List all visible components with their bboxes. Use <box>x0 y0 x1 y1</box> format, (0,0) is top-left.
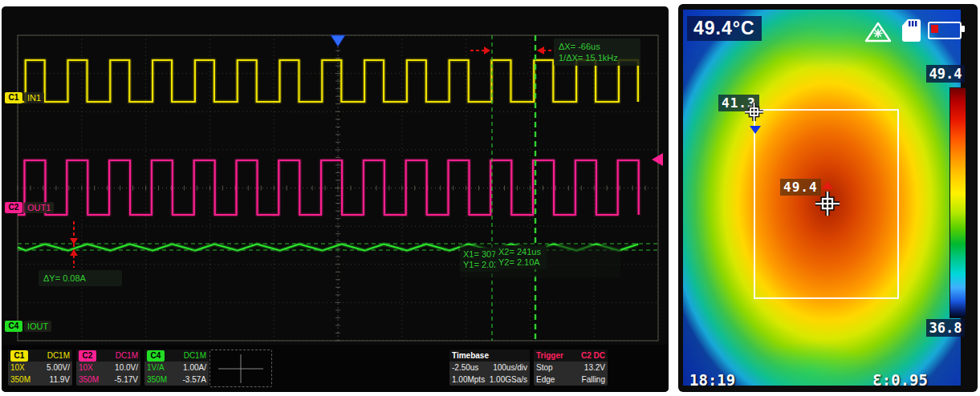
timebase-box[interactable]: Timebase -2.50us100us/div 1.00Mpts1.00GS… <box>449 350 530 386</box>
timebase-samplerate: 1.00GSa/s <box>490 374 527 386</box>
trigger-type: Edge <box>536 374 555 386</box>
screenshot-canvas: C1 IN1 C2 OUT1 C4 IOUT ΔX= -66us 1/ΔX= 1… <box>0 0 980 396</box>
c2-alias-label: OUT1 <box>24 202 54 213</box>
c2-coupling: DC1M <box>116 351 138 360</box>
crosshair-marker-center-icon[interactable] <box>815 192 840 216</box>
temperature-colorbar <box>950 87 966 318</box>
c2-probe: 10X <box>79 362 93 374</box>
thermal-panel: 49.4°C 49.4 <box>678 4 978 392</box>
cursor-x2y2-box: X2= 241us Y2= 2.10A <box>495 245 547 269</box>
c4-probe: 1V/A <box>147 362 165 374</box>
plus-icon <box>218 354 263 383</box>
clock-time: 18:19 <box>689 371 735 389</box>
c4-scale: 1.00A/ <box>183 362 206 374</box>
trigger-box[interactable]: TriggerC2 DC Stop13.2V EdgeFalling <box>534 350 608 386</box>
c4-alias-label: IOUT <box>24 321 51 332</box>
battery-low-icon <box>928 22 962 39</box>
battery-charge-bar <box>931 25 938 33</box>
scale-min-label: 36.8 <box>926 319 965 337</box>
trigger-status: Stop <box>536 362 553 374</box>
trigger-level: 13.2V <box>584 362 605 374</box>
dx-arrowhead-right-icon <box>484 46 490 55</box>
y2-value: Y2= 2.10A <box>498 257 543 268</box>
x1-value: X1= 307u <box>463 249 497 260</box>
channel-status-c1[interactable]: C1 DC1M 10X5.00V/ 350M11.9V <box>8 350 72 386</box>
channel-status-c4[interactable]: C4 DC1M 1V/A1.00A/ 350M-3.57A <box>144 350 209 386</box>
trigger-source: C2 DC <box>581 351 605 360</box>
c2-bandwidth: 350M <box>79 374 99 386</box>
trace-c1-in1 <box>18 60 638 102</box>
c1-offset: 11.9V <box>50 374 70 386</box>
timebase-scale: 100us/div <box>493 362 527 374</box>
scale-max-label: 49.4 <box>926 65 965 83</box>
inv-delta-x-value: 1/ΔX= 15.1kHz <box>559 52 636 63</box>
delta-y-readout: ΔY= 0.08A <box>39 270 122 286</box>
scope-status-bar: C1 DC1M 10X5.00V/ 350M11.9V C2 DC1M 10X1… <box>2 345 669 392</box>
c1-alias-label: IN1 <box>24 92 44 103</box>
delta-x-readout: ΔX= -66us 1/ΔX= 15.1kHz <box>554 38 640 66</box>
trigger-slope: Falling <box>582 374 605 386</box>
battery-nub <box>962 26 965 32</box>
c4-coupling: DC1M <box>184 351 206 360</box>
x2-value: X2= 241us <box>498 247 543 257</box>
laser-warning-icon <box>864 21 893 43</box>
c4-bandwidth: 350M <box>147 374 167 386</box>
channel-badge-c1[interactable]: C1 IN1 <box>5 91 44 103</box>
c1-chip: C1 <box>5 92 22 103</box>
c1-probe: 10X <box>10 362 25 374</box>
timebase-memory: 1.00Mpts <box>452 374 485 386</box>
blue-cursor-triangle <box>750 126 761 134</box>
cursor-x1y1-box: X1= 307u Y1= 2.02 <box>460 248 500 272</box>
add-channel-button[interactable] <box>209 350 272 387</box>
sd-card-icon <box>901 18 922 42</box>
c4-status-chip: C4 <box>147 350 165 362</box>
red-cursor-triangle <box>822 181 833 189</box>
thermal-image: 49.4°C 49.4 <box>683 10 961 386</box>
c2-chip: C2 <box>5 202 22 213</box>
spot-temperature: 49.4°C <box>687 16 762 41</box>
c1-status-chip: C1 <box>10 350 28 362</box>
delta-x-value: ΔX= -66us <box>559 41 636 52</box>
trigger-level-marker[interactable] <box>652 153 663 166</box>
timebase-title: Timebase <box>452 351 489 360</box>
c1-coupling: DC1M <box>47 351 70 360</box>
channel-badge-c2[interactable]: C2 OUT1 <box>5 201 54 213</box>
c2-offset: -5.17V <box>115 374 138 386</box>
c1-scale: 5.00V/ <box>47 362 70 374</box>
c4-chip: C4 <box>5 321 22 332</box>
crosshair-marker-high-icon[interactable] <box>745 103 763 121</box>
timebase-delay: -2.50us <box>452 362 478 374</box>
oscilloscope-panel: C1 IN1 C2 OUT1 C4 IOUT ΔX= -66us 1/ΔX= 1… <box>2 6 669 392</box>
delta-y-value: ΔY= 0.08A <box>43 273 117 284</box>
c2-status-chip: C2 <box>79 350 96 362</box>
c4-offset: -3.57A <box>183 374 206 386</box>
trace-c2-out1-glow <box>18 160 639 215</box>
channel-status-c2[interactable]: C2 DC1M 10X10.0V/ 350M-5.17V <box>76 350 140 386</box>
emissivity-value: Ɛ:0.95 <box>872 371 928 389</box>
trigger-title: Trigger <box>536 351 563 360</box>
c1-bandwidth: 350M <box>10 374 30 386</box>
channel-badge-c4[interactable]: C4 IOUT <box>5 320 51 332</box>
trigger-position-marker[interactable] <box>331 35 345 46</box>
y1-value: Y1= 2.02 <box>463 260 497 270</box>
marker-center-label: 49.4 <box>780 179 821 196</box>
c2-scale: 10.0V/ <box>115 362 138 374</box>
